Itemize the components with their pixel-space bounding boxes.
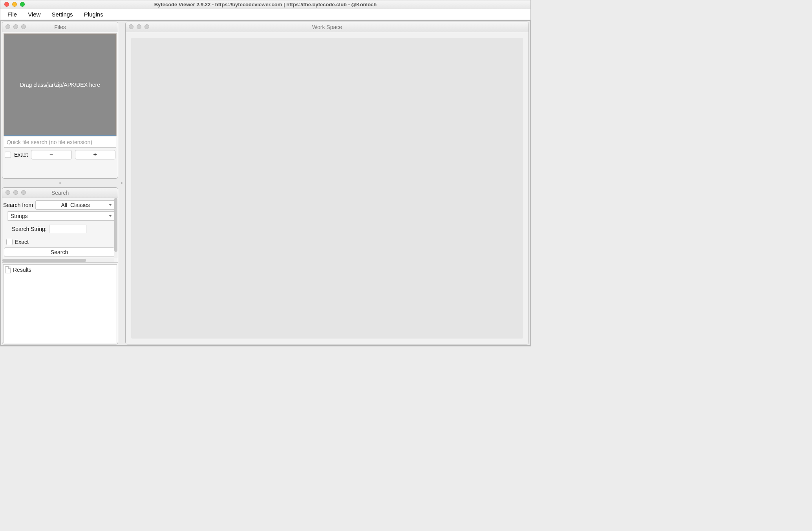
- files-panel: Files Drag class/jar/zip/APK/DEX here Ex…: [2, 22, 118, 179]
- search-button-label: Search: [51, 249, 68, 255]
- panel-minimize-icon[interactable]: [13, 190, 18, 195]
- panel-zoom-icon[interactable]: [21, 190, 26, 195]
- search-from-value: All_Classes: [61, 202, 90, 208]
- scrollbar-thumb[interactable]: [2, 259, 86, 262]
- workspace-panel-title: Work Space: [126, 24, 529, 30]
- results-root-row[interactable]: Results: [5, 266, 115, 273]
- minimize-icon[interactable]: [12, 2, 17, 7]
- drop-zone-hint: Drag class/jar/zip/APK/DEX here: [20, 82, 100, 88]
- panel-close-icon[interactable]: [5, 190, 10, 195]
- search-exact-checkbox[interactable]: [6, 239, 13, 245]
- files-panel-body: Drag class/jar/zip/APK/DEX here Exact – …: [2, 32, 118, 162]
- search-from-combo[interactable]: All_Classes: [35, 200, 115, 210]
- search-string-input[interactable]: [49, 225, 86, 233]
- workspace-body: [126, 32, 529, 344]
- search-type-row: Strings: [3, 211, 115, 221]
- panel-minimize-icon[interactable]: [137, 24, 141, 29]
- search-panel-body: Search from All_Classes Strings Search S: [2, 198, 118, 344]
- menubar: File View Settings Plugins: [0, 9, 530, 20]
- menu-file[interactable]: File: [2, 9, 22, 19]
- close-icon[interactable]: [4, 2, 9, 7]
- search-from-row: Search from All_Classes: [3, 200, 115, 210]
- search-panel: Search Search from All_Classes Strings: [2, 187, 118, 344]
- files-panel-titlebar: Files: [2, 22, 118, 32]
- search-form-scroll: Search from All_Classes Strings Search S: [2, 198, 118, 263]
- search-string-label: Search String:: [12, 226, 47, 232]
- collapse-button[interactable]: –: [31, 150, 72, 159]
- expand-button[interactable]: +: [75, 150, 116, 159]
- results-label: Results: [13, 267, 31, 273]
- drop-zone[interactable]: Drag class/jar/zip/APK/DEX here: [4, 34, 116, 136]
- expand-button-label: +: [93, 151, 97, 158]
- search-string-row: Search String:: [3, 225, 115, 233]
- scrollbar-thumb[interactable]: [114, 198, 117, 252]
- menu-settings[interactable]: Settings: [46, 9, 78, 19]
- workspace-panel-titlebar: Work Space: [126, 22, 529, 32]
- search-horizontal-scrollbar[interactable]: [2, 258, 114, 262]
- search-button[interactable]: Search: [4, 247, 115, 257]
- zoom-icon[interactable]: [20, 2, 25, 7]
- exact-checkbox[interactable]: [5, 152, 11, 158]
- search-type-value: Strings: [7, 213, 115, 219]
- search-vertical-scrollbar[interactable]: [114, 198, 118, 258]
- search-exact-label: Exact: [15, 239, 29, 245]
- window-traffic-lights: [4, 2, 25, 7]
- exact-label: Exact: [14, 152, 28, 158]
- horizontal-splitter[interactable]: [2, 180, 118, 186]
- results-tree[interactable]: Results: [3, 264, 117, 343]
- panel-minimize-icon[interactable]: [13, 24, 18, 29]
- search-traffic-lights: [5, 190, 26, 195]
- window-titlebar: Bytecode Viewer 2.9.22 - https://bytecod…: [0, 0, 530, 9]
- left-column: Files Drag class/jar/zip/APK/DEX here Ex…: [1, 21, 119, 345]
- app-window: Bytecode Viewer 2.9.22 - https://bytecod…: [0, 0, 531, 346]
- workspace-traffic-lights: [129, 24, 149, 29]
- panel-zoom-icon[interactable]: [21, 24, 26, 29]
- search-exact-row: Exact: [3, 239, 115, 245]
- menu-plugins[interactable]: Plugins: [79, 9, 109, 19]
- panel-zoom-icon[interactable]: [144, 24, 149, 29]
- collapse-button-label: –: [49, 151, 53, 158]
- content-area: Files Drag class/jar/zip/APK/DEX here Ex…: [0, 20, 530, 346]
- search-type-combo[interactable]: Strings: [7, 211, 115, 221]
- quick-file-search-input[interactable]: [4, 137, 116, 148]
- file-icon: [5, 266, 11, 273]
- panel-close-icon[interactable]: [129, 24, 134, 29]
- search-panel-titlebar: Search: [2, 188, 118, 198]
- right-column: Work Space: [124, 21, 530, 345]
- workspace-empty-area[interactable]: [131, 38, 523, 339]
- search-from-label: Search from: [3, 202, 33, 208]
- workspace-panel: Work Space: [125, 22, 529, 344]
- panel-close-icon[interactable]: [5, 24, 10, 29]
- vertical-splitter[interactable]: [119, 21, 124, 345]
- menu-view[interactable]: View: [22, 9, 46, 19]
- files-traffic-lights: [5, 24, 26, 29]
- window-title: Bytecode Viewer 2.9.22 - https://bytecod…: [4, 2, 527, 7]
- files-buttons-row: Exact – +: [4, 148, 116, 160]
